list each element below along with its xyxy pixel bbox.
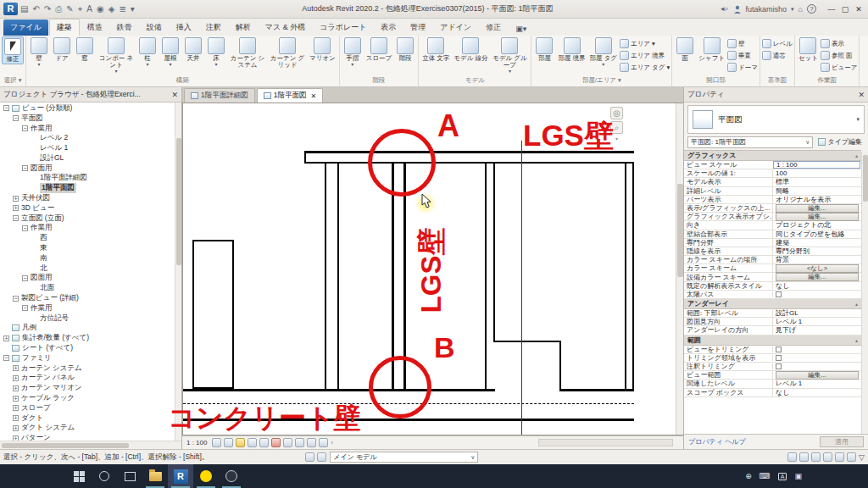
ribbon-button-修正[interactable]: 修正	[2, 36, 24, 64]
project-browser-vscrollbar[interactable]	[175, 103, 181, 441]
text-icon[interactable]: A	[86, 4, 92, 14]
ribbon-small-button-レベル[interactable]: レベル	[762, 38, 793, 49]
tree-item-1階平面図[interactable]: 1階平面図	[0, 183, 181, 193]
worksets-icon[interactable]	[317, 452, 326, 462]
keyboard-tray-icon[interactable]: ⌨	[760, 472, 771, 480]
ribbon-group-label[interactable]: 部屋/エリア ▾	[531, 76, 671, 86]
expand-icon[interactable]: +	[13, 205, 19, 211]
apply-button[interactable]: 適用	[820, 436, 864, 447]
thin-lines-icon[interactable]: ≣	[119, 4, 125, 14]
section-collapse-icon[interactable]: ▴	[855, 301, 858, 307]
ribbon-tab-管理[interactable]: 管理	[403, 19, 432, 36]
dropdown-arrow-icon[interactable]: ▾	[214, 63, 217, 66]
collapse-icon[interactable]: −	[3, 355, 9, 361]
expand-icon[interactable]: +	[13, 385, 19, 391]
view-tab-1階平面図[interactable]: 1階平面図✕	[257, 88, 323, 103]
select-underlay-icon[interactable]	[835, 452, 844, 462]
section-collapse-icon[interactable]: ▴	[855, 337, 858, 343]
ribbon-button-コンポーネント[interactable]: コンポー ネント▾	[97, 36, 136, 74]
tree-item-西[interactable]: 西	[0, 233, 181, 243]
property-dropdown[interactable]: 1 : 100	[773, 161, 860, 169]
ribbon-button-屋根[interactable]: 屋根▾	[159, 36, 181, 67]
tree-item-東[interactable]: 東	[0, 243, 181, 253]
ribbon-button-カーテングリッド[interactable]: カーテン グリッド	[268, 36, 307, 69]
ribbon-button-床[interactable]: 床▾	[205, 36, 227, 67]
ribbon-group-label[interactable]: 開口部	[672, 76, 760, 86]
ribbon-tab-▣▾[interactable]: ▣▾	[509, 22, 533, 36]
select-pinned-icon[interactable]	[847, 452, 856, 462]
collapse-icon[interactable]: −	[13, 296, 19, 302]
tree-item-集計表/数量 (すべて)[interactable]: +集計表/数量 (すべて)	[0, 333, 181, 343]
ribbon-tab-表示[interactable]: 表示	[374, 19, 403, 36]
design-options-icon[interactable]	[787, 452, 797, 462]
ribbon-group-label[interactable]: 階段	[340, 76, 419, 86]
collapse-icon[interactable]: −	[22, 165, 28, 171]
tree-item-北面[interactable]: 北面	[0, 283, 181, 293]
filter-icon[interactable]: ▽	[859, 453, 865, 462]
property-value[interactable]: なし	[772, 281, 861, 291]
ribbon-group-label[interactable]: 構築	[26, 76, 339, 86]
ribbon-tab-修正[interactable]: 修正	[479, 19, 508, 36]
property-edit-button[interactable]: 編集...	[772, 204, 861, 213]
checkbox-icon[interactable]	[776, 347, 782, 352]
ribbon-button-シャフト[interactable]: シャフト	[697, 36, 726, 63]
view-tab-1階平面詳細図[interactable]: 1階平面詳細図	[184, 88, 255, 103]
ime-mode-indicator[interactable]: A	[778, 473, 787, 480]
temporary-hide-isolate-icon[interactable]	[271, 438, 281, 447]
type-selector[interactable]: 平面図 ▾	[687, 105, 865, 134]
ribbon-tab-鉄骨[interactable]: 鉄骨	[110, 19, 139, 36]
ribbon-button-マリオン[interactable]: マリオン	[308, 36, 337, 63]
task-view-button[interactable]	[117, 464, 142, 488]
tree-item-ファミリ[interactable]: −ファミリ	[0, 353, 181, 363]
cortana-search-button[interactable]	[92, 464, 117, 488]
ribbon-tab-挿入[interactable]: 挿入	[170, 19, 198, 36]
expand-icon[interactable]: +	[13, 405, 19, 411]
property-checkbox[interactable]	[772, 347, 861, 352]
tree-item-立面図 (立面)[interactable]: −立面図 (立面)	[0, 214, 181, 224]
steering-wheel-icon[interactable]: ◎	[610, 107, 623, 119]
ribbon-small-button-エリア[interactable]: エリア ▾	[620, 38, 670, 49]
ribbon-button-モデルグループ[interactable]: モデル グループ▾	[490, 36, 529, 74]
property-value[interactable]: 背景	[772, 255, 861, 264]
property-edit-button[interactable]: 編集...	[772, 273, 861, 281]
project-browser-hscrollbar[interactable]	[0, 441, 181, 449]
expand-icon[interactable]: +	[13, 196, 19, 202]
collapse-icon[interactable]: −	[22, 275, 28, 281]
help-icon[interactable]: ?	[807, 4, 816, 14]
show-rendering-dialog-icon[interactable]	[259, 438, 269, 447]
edit-requests-icon[interactable]	[811, 452, 821, 462]
recorder-button[interactable]	[193, 464, 219, 488]
tree-item-シート (すべて)[interactable]: シート (すべて)	[0, 343, 181, 353]
property-edit-button[interactable]: <なし>	[772, 264, 861, 273]
tree-item-作業用[interactable]: −作業用	[0, 224, 181, 234]
tree-item-作業用[interactable]: −作業用	[0, 303, 181, 313]
ribbon-small-button-壁[interactable]: 壁	[727, 38, 758, 49]
tree-item-図面用[interactable]: −図面用	[0, 164, 181, 174]
properties-close-icon[interactable]: ✕	[858, 91, 865, 99]
tree-item-1階平面詳細図[interactable]: 1階平面詳細図	[0, 174, 181, 184]
dropdown-arrow-icon[interactable]: ▾	[37, 63, 40, 66]
property-value[interactable]: 見下げ	[772, 325, 861, 335]
ribbon-small-button-表示[interactable]: 表示	[821, 38, 858, 49]
dropdown-arrow-icon[interactable]: ▾	[169, 63, 171, 66]
app-store-icon[interactable]: ⌂	[798, 5, 803, 14]
collapse-icon[interactable]: −	[3, 105, 9, 111]
viewbar-more-icon[interactable]: ‹	[331, 439, 333, 446]
tree-item-レベル 2[interactable]: レベル 2	[0, 133, 181, 143]
tree-item-カーテン パネル[interactable]: +カーテン パネル	[0, 374, 181, 384]
ribbon-tab-解析[interactable]: 解析	[229, 19, 258, 36]
ribbon-button-スロープ[interactable]: スロープ	[364, 36, 394, 63]
ribbon-button-窓[interactable]: 窓	[74, 36, 96, 63]
ribbon-button-モデル線分[interactable]: モデル 線分	[452, 36, 489, 63]
user-menu-chevron-icon[interactable]: ▾	[791, 6, 794, 13]
property-edit-button[interactable]: 編集...	[772, 213, 861, 221]
dropdown-arrow-icon[interactable]: ▾	[351, 63, 353, 66]
ribbon-button-壁[interactable]: 壁▾	[28, 36, 50, 67]
checkbox-icon[interactable]	[776, 355, 782, 361]
drawing-area[interactable]: ◎ ⌕ ▾	[182, 103, 683, 435]
expand-icon[interactable]: +	[13, 375, 19, 381]
view-scale-button[interactable]: 1 : 100	[186, 439, 207, 446]
tree-item-パターン[interactable]: +パターン	[0, 433, 181, 441]
tree-item-南[interactable]: 南	[0, 253, 181, 263]
collapse-icon[interactable]: −	[13, 215, 19, 221]
